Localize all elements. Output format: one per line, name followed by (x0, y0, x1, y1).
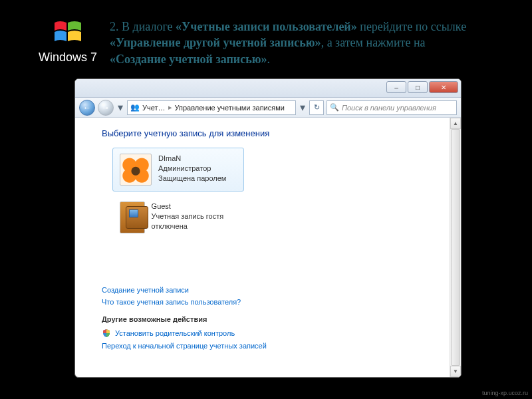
windows-logo-block: Windows 7 (28, 19, 108, 65)
other-actions-heading: Другие возможные действия (102, 315, 442, 323)
users-icon: 👥 (130, 103, 140, 112)
arrow-right-icon: → (102, 103, 110, 112)
shield-icon (102, 329, 111, 338)
account-name: DImaN (158, 154, 226, 164)
refresh-icon: ↻ (314, 103, 320, 112)
minimize-button[interactable]: – (386, 81, 406, 93)
nav-history-dropdown[interactable]: ▾ (116, 101, 124, 114)
account-name: Guest (152, 201, 237, 211)
account-info: Guest Учетная запись гостя отключена (152, 201, 237, 233)
chevron-down-icon: ▾ (118, 101, 123, 114)
nav-forward-button[interactable]: → (98, 100, 114, 116)
account-status: Учетная запись гостя отключена (152, 211, 237, 231)
scroll-down-button[interactable]: ▼ (450, 366, 461, 377)
breadcrumb-segment[interactable]: Управление учетными записями (175, 104, 285, 112)
parental-control-label: Установить родительский контроль (115, 329, 235, 337)
scroll-up-button[interactable]: ▲ (450, 118, 461, 129)
close-button[interactable]: ✕ (429, 81, 458, 93)
avatar-suitcase-icon (120, 201, 145, 233)
arrow-left-icon: ← (83, 103, 91, 112)
navigation-bar: ← → ▾ 👥 Учет… ▸ Управление учетными запи… (75, 98, 461, 118)
maximize-button[interactable]: □ (408, 81, 428, 93)
account-info: DImaN Администратор Защищена паролем (158, 154, 226, 186)
parental-control-link[interactable]: Установить родительский контроль (102, 329, 442, 338)
what-is-account-link[interactable]: Что такое учетная запись пользователя? (102, 298, 442, 306)
refresh-button[interactable]: ↻ (309, 100, 324, 115)
windows-logo-text: Windows 7 (28, 51, 108, 65)
account-role: Администратор (158, 164, 226, 174)
breadcrumb-separator: ▸ (168, 103, 172, 112)
windows-flag-icon (53, 19, 82, 48)
search-icon: 🔍 (330, 103, 339, 112)
watermark-text: tuning-xp.ucoz.ru (482, 390, 528, 396)
titlebar: – □ ✕ (75, 79, 461, 98)
search-placeholder: Поиск в панели управления (342, 104, 436, 112)
page-title: Выберите учетную запись для изменения (102, 128, 442, 138)
search-input[interactable]: 🔍 Поиск в панели управления (327, 100, 457, 115)
address-bar[interactable]: 👥 Учет… ▸ Управление учетными записями (127, 100, 296, 115)
instruction-text: 2. В диалоге «Учетные записи пользовател… (110, 19, 482, 67)
window-content: Выберите учетную запись для изменения DI… (75, 118, 461, 377)
avatar-flower-icon (120, 154, 152, 186)
account-item-diman[interactable]: DImaN Администратор Защищена паролем (112, 148, 244, 192)
account-status: Защищена паролем (158, 174, 226, 184)
chevron-down-icon: ▾ (300, 101, 305, 114)
nav-back-button[interactable]: ← (79, 100, 95, 116)
control-panel-window: – □ ✕ ← → ▾ 👥 Учет… ▸ Управление учетным… (74, 78, 462, 378)
go-home-link[interactable]: Переход к начальной странице учетных зап… (102, 342, 442, 350)
account-item-guest[interactable]: Guest Учетная запись гостя отключена (112, 196, 244, 239)
scroll-thumb[interactable] (451, 129, 460, 366)
vertical-scrollbar[interactable]: ▲ ▼ (450, 118, 461, 377)
address-dropdown[interactable]: ▾ (299, 101, 307, 114)
breadcrumb-segment[interactable]: Учет… (142, 104, 166, 112)
create-account-link[interactable]: Создание учетной записи (102, 286, 442, 294)
links-section: Создание учетной записи Что такое учетна… (102, 286, 442, 350)
